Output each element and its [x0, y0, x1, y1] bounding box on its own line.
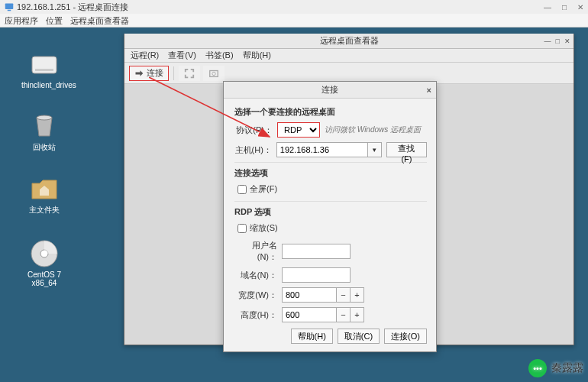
protocol-select[interactable]: RDP — [277, 122, 320, 138]
viewer-close-icon[interactable]: ✕ — [564, 37, 570, 45]
host-label: 主机(H)： — [234, 144, 272, 156]
outer-window-chrome: 192.168.1.251 - 远程桌面连接 — □ ✕ 应用程序 位置 远程桌… — [0, 0, 588, 28]
menu-viewer[interactable]: 远程桌面查看器 — [70, 15, 129, 27]
dialog-titlebar: 连接 × — [224, 82, 436, 99]
svg-point-4 — [37, 115, 52, 120]
ok-button[interactable]: 连接(O) — [384, 329, 427, 344]
desktop-icon-centos[interactable]: CentOS 7 x86_64 — [21, 238, 67, 287]
svg-rect-7 — [210, 70, 218, 76]
width-plus-button[interactable]: + — [351, 287, 364, 303]
height-plus-button[interactable]: + — [351, 307, 364, 322]
dialog-close-icon[interactable]: × — [427, 86, 431, 95]
desktop-label: thinclient_drives — [21, 81, 67, 89]
viewer-menubar: 远程(R) 查看(V) 书签(B) 帮助(H) — [124, 49, 573, 63]
toolbar-connect-button[interactable]: 连接 — [129, 66, 169, 81]
trash-icon — [29, 110, 60, 141]
separator — [234, 201, 427, 202]
section-select-remote: 选择一个要连接的远程桌面 — [234, 106, 427, 118]
host-input[interactable] — [276, 142, 368, 157]
scale-checkbox[interactable] — [237, 224, 247, 233]
svg-rect-1 — [8, 10, 11, 11]
protocol-label: 协议(P)： — [234, 125, 273, 136]
desktop-icon-home[interactable]: 主文件夹 — [21, 173, 67, 215]
height-minus-button[interactable]: − — [337, 307, 351, 322]
connect-dialog: 连接 × 选择一个要连接的远程桌面 协议(P)： RDP 访问微软 Window… — [223, 81, 437, 352]
desktop-label: CentOS 7 x86_64 — [21, 270, 67, 287]
cancel-button[interactable]: 取消(C) — [338, 329, 380, 344]
domain-label: 域名(N)： — [234, 270, 277, 281]
desktop-icon-drives[interactable]: thinclient_drives — [21, 49, 67, 89]
fullscreen-checkbox[interactable] — [237, 185, 247, 194]
svg-rect-0 — [5, 4, 14, 10]
rdp-icon — [5, 2, 14, 11]
menu-apps[interactable]: 应用程序 — [5, 15, 38, 27]
svg-point-8 — [212, 72, 215, 75]
toolbar-separator — [173, 66, 174, 80]
menu-remote[interactable]: 远程(R) — [131, 50, 159, 61]
menu-bookmarks[interactable]: 书签(B) — [205, 50, 234, 61]
section-conn-opts: 连接选项 — [234, 167, 427, 179]
find-button[interactable]: 查找(F) — [386, 142, 427, 157]
desktop-icon-trash[interactable]: 回收站 — [21, 110, 67, 153]
screenshot-icon — [208, 68, 219, 79]
height-input[interactable] — [282, 307, 337, 322]
protocol-hint: 访问微软 Windows 远程桌面 — [325, 125, 421, 135]
fullscreen-label: 全屏(F) — [250, 183, 277, 195]
wechat-icon: ••• — [528, 359, 547, 377]
toolbar-screenshot-button[interactable] — [203, 66, 225, 81]
menu-location[interactable]: 位置 — [46, 15, 63, 27]
separator — [234, 162, 427, 163]
scale-label: 缩放(S) — [250, 222, 278, 234]
menu-help[interactable]: 帮助(H) — [243, 50, 271, 61]
fullscreen-icon — [184, 68, 195, 79]
viewer-titlebar: 远程桌面查看器 — □ ✕ — [124, 34, 573, 49]
username-input[interactable] — [282, 244, 351, 259]
menu-view[interactable]: 查看(V) — [168, 50, 196, 61]
desktop-label: 主文件夹 — [21, 205, 67, 215]
drive-icon — [29, 49, 60, 79]
viewer-maximize-icon[interactable]: □ — [556, 37, 560, 45]
width-minus-button[interactable]: − — [337, 287, 351, 303]
connect-icon — [134, 69, 144, 78]
folder-home-icon — [29, 173, 60, 203]
outer-window-controls: — □ ✕ — [544, 3, 583, 11]
outer-window-title: 192.168.1.251 - 远程桌面连接 — [17, 2, 128, 13]
help-button[interactable]: 帮助(H) — [291, 329, 333, 344]
watermark-name: 秦露露 — [551, 361, 583, 375]
toolbar-fullscreen-button[interactable] — [179, 66, 200, 81]
maximize-icon[interactable]: □ — [562, 3, 567, 11]
watermark: ••• 秦露露 — [528, 359, 583, 377]
viewer-minimize-icon[interactable]: — — [544, 37, 551, 45]
dialog-title: 连接 — [321, 84, 338, 96]
close-icon[interactable]: ✕ — [577, 3, 583, 11]
host-dropdown-icon[interactable]: ▼ — [368, 142, 382, 157]
desktop-label: 回收站 — [21, 142, 67, 153]
domain-input[interactable] — [282, 267, 351, 283]
width-label: 宽度(W)： — [234, 290, 277, 301]
svg-rect-3 — [35, 69, 53, 71]
outer-titlebar: 192.168.1.251 - 远程桌面连接 — □ ✕ — [0, 0, 588, 14]
outer-menubar: 应用程序 位置 远程桌面查看器 — [0, 14, 588, 28]
disc-icon — [29, 238, 60, 269]
section-rdp-opts: RDP 选项 — [234, 206, 427, 218]
viewer-title: 远程桌面查看器 — [320, 35, 379, 47]
username-label: 用户名(N)： — [234, 240, 277, 263]
minimize-icon[interactable]: — — [544, 3, 551, 11]
height-label: 高度(H)： — [234, 309, 277, 321]
width-input[interactable] — [282, 287, 337, 303]
toolbar-connect-label: 连接 — [147, 67, 163, 79]
